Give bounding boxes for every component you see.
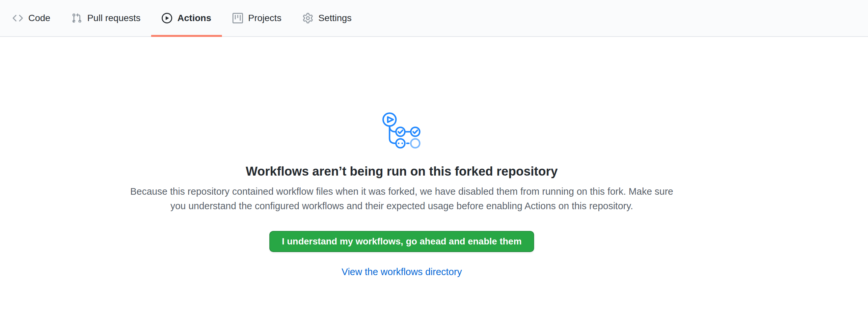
tab-code-label: Code [28, 13, 51, 23]
tab-pull-requests[interactable]: Pull requests [61, 0, 151, 36]
actions-blankslate: Workflows aren’t being run on this forke… [0, 37, 803, 277]
play-icon [162, 13, 172, 23]
tab-projects-label: Projects [248, 13, 282, 23]
git-pull-request-icon [71, 13, 82, 23]
blankslate-title: Workflows aren’t being run on this forke… [246, 164, 557, 179]
blankslate-description: Because this repository contained workfl… [122, 184, 682, 213]
gear-icon [303, 13, 313, 23]
tab-code[interactable]: Code [2, 0, 61, 36]
project-icon [232, 13, 243, 23]
tab-settings[interactable]: Settings [292, 0, 362, 36]
repo-tab-bar: Code Pull requests Actions Projects Sett… [0, 0, 868, 37]
tab-actions-label: Actions [178, 13, 211, 23]
tab-pull-requests-label: Pull requests [87, 13, 141, 23]
workflow-graph-icon [382, 111, 421, 149]
tab-settings-label: Settings [318, 13, 352, 23]
code-icon [12, 13, 23, 23]
view-workflows-directory-link[interactable]: View the workflows directory [341, 267, 462, 277]
enable-workflows-button[interactable]: I understand my workflows, go ahead and … [269, 231, 534, 252]
tab-projects[interactable]: Projects [222, 0, 292, 36]
tab-actions[interactable]: Actions [151, 0, 222, 36]
